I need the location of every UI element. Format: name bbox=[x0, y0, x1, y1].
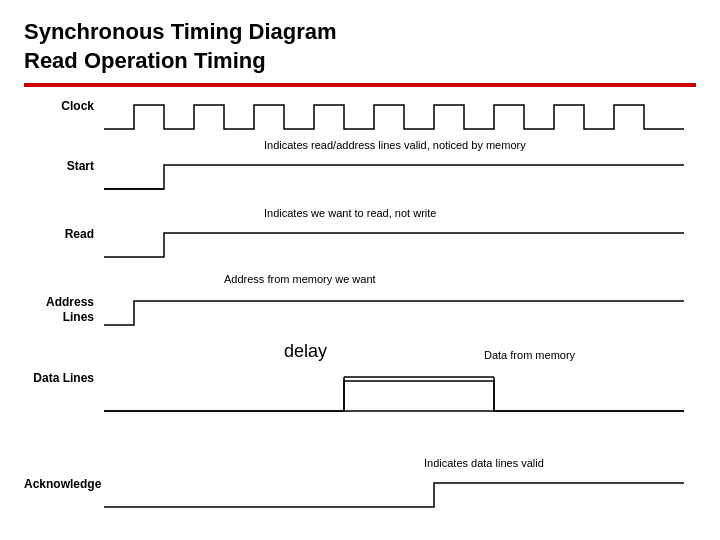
ack-waveform bbox=[104, 475, 696, 517]
annotation-ack: Indicates data lines valid bbox=[424, 457, 544, 469]
red-divider bbox=[24, 83, 696, 87]
read-waveform bbox=[104, 225, 696, 267]
data-label: Data Lines bbox=[24, 369, 104, 385]
ack-row: Acknowledge bbox=[24, 475, 696, 517]
page-title: Synchronous Timing Diagram Read Operatio… bbox=[24, 18, 696, 75]
clock-svg bbox=[104, 97, 694, 135]
ack-label: Acknowledge bbox=[24, 475, 104, 491]
read-label: Read bbox=[24, 225, 104, 241]
annotation-data: Data from memory bbox=[484, 349, 575, 361]
ack-svg bbox=[104, 475, 694, 513]
diagram-area: Clock Indicates read/address lines valid… bbox=[24, 97, 696, 497]
address-row: Address Lines bbox=[24, 293, 696, 335]
clock-row: Clock bbox=[24, 97, 696, 139]
data-svg bbox=[104, 369, 694, 419]
address-svg bbox=[104, 293, 694, 331]
data-waveform bbox=[104, 369, 696, 423]
clock-label: Clock bbox=[24, 97, 104, 113]
read-row: Read bbox=[24, 225, 696, 267]
clock-waveform bbox=[104, 97, 696, 139]
annotation-start: Indicates read/address lines valid, noti… bbox=[264, 139, 526, 151]
page: Synchronous Timing Diagram Read Operatio… bbox=[0, 0, 720, 540]
annotation-address: Address from memory we want bbox=[224, 273, 376, 285]
start-waveform bbox=[104, 157, 696, 199]
start-svg bbox=[104, 157, 694, 195]
address-waveform bbox=[104, 293, 696, 335]
start-label: Start bbox=[24, 157, 104, 173]
annotation-delay: delay bbox=[284, 341, 327, 362]
start-row: Start bbox=[24, 157, 696, 199]
read-svg bbox=[104, 225, 694, 263]
data-row: Data Lines bbox=[24, 369, 696, 423]
annotation-read: Indicates we want to read, not write bbox=[264, 207, 436, 219]
address-label: Address Lines bbox=[24, 293, 104, 324]
